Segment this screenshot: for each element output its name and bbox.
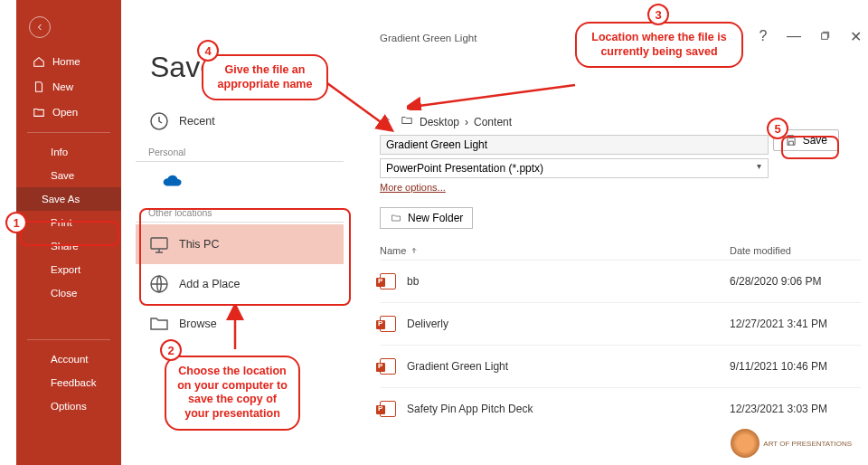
back-button[interactable]	[29, 16, 51, 38]
restore-icon[interactable]	[817, 29, 832, 43]
new-folder-icon	[390, 213, 402, 223]
chevron-right-icon: ›	[465, 116, 468, 128]
location-label: Add a Place	[179, 278, 240, 290]
more-options-link[interactable]: More options...	[380, 182, 446, 193]
locations-personal-header: Personal	[136, 141, 344, 162]
location-label: This PC	[179, 238, 219, 251]
location-column: Recent Personal Other locations This PC …	[136, 101, 344, 344]
pptx-file-icon	[380, 401, 396, 417]
breadcrumb-part[interactable]: Content	[474, 116, 512, 128]
nav-share[interactable]: Share	[16, 234, 121, 258]
pptx-file-icon	[380, 273, 396, 289]
nav-home[interactable]: Home	[16, 49, 121, 74]
backstage-sidebar: Home New Open Info Save Save As Print Sh…	[16, 0, 121, 465]
svg-rect-5	[822, 33, 828, 40]
file-date: 12/27/2021 3:41 PM	[730, 318, 861, 330]
home-icon	[33, 55, 45, 68]
annotation-badge-5: 5	[767, 118, 788, 139]
file-row[interactable]: Safety Pin App Pitch Deck 12/23/2021 3:0…	[380, 387, 861, 430]
annotation-badge-3: 3	[647, 4, 669, 25]
nav-label: Open	[52, 107, 78, 118]
logo-text: ART OF PRESENTATIONS	[763, 440, 852, 448]
nav-label: New	[52, 81, 73, 92]
location-label: Browse	[179, 318, 217, 330]
globe-plus-icon	[148, 273, 170, 295]
new-folder-label: New Folder	[408, 212, 463, 224]
nav-open[interactable]: Open	[16, 100, 121, 125]
pptx-file-icon	[380, 316, 396, 332]
annotation-callout-3: Location where the file is currently bei…	[575, 22, 743, 68]
sort-asc-icon	[410, 246, 419, 255]
location-browse[interactable]: Browse	[136, 304, 344, 344]
folder-open-icon	[33, 106, 45, 119]
file-date: 6/28/2020 9:06 PM	[730, 275, 861, 288]
nav-options[interactable]: Options	[16, 394, 121, 418]
close-icon[interactable]: ✕	[848, 29, 863, 43]
nav-feedback[interactable]: Feedback	[16, 371, 121, 394]
file-date: 9/11/2021 10:46 PM	[730, 360, 861, 373]
filetype-select[interactable]	[380, 158, 769, 178]
file-name: Safety Pin App Pitch Deck	[407, 403, 730, 415]
annotation-callout-2: Choose the location on your computer to …	[165, 356, 300, 431]
nav-new[interactable]: New	[16, 74, 121, 100]
breadcrumb-part[interactable]: Desktop	[420, 116, 459, 128]
file-date: 12/23/2021 3:03 PM	[730, 403, 861, 415]
nav-info[interactable]: Info	[16, 140, 121, 164]
location-add-place[interactable]: Add a Place	[136, 264, 344, 304]
file-row[interactable]: Deliverly 12/27/2021 3:41 PM	[380, 302, 861, 345]
minimize-icon[interactable]: —	[787, 29, 801, 43]
location-label: Recent	[179, 115, 215, 128]
nav-save[interactable]: Save	[16, 164, 121, 187]
column-date[interactable]: Date modified	[730, 245, 861, 256]
annotation-badge-4: 4	[197, 40, 219, 62]
new-folder-button[interactable]: New Folder	[380, 207, 473, 229]
svg-rect-1	[151, 238, 167, 249]
nav-account[interactable]: Account	[16, 347, 121, 371]
file-row[interactable]: Gradient Green Light 9/11/2021 10:46 PM	[380, 345, 861, 387]
annotation-callout-4: Give the file an appropriate name	[202, 54, 328, 100]
location-recent[interactable]: Recent	[136, 101, 344, 141]
filename-input[interactable]	[380, 135, 769, 155]
column-name[interactable]: Name	[380, 245, 730, 256]
pptx-file-icon	[380, 358, 396, 375]
nav-close[interactable]: Close	[16, 281, 121, 305]
location-this-pc[interactable]: This PC	[136, 224, 344, 264]
file-name: bb	[407, 275, 730, 288]
breadcrumb[interactable]: Desktop › Content	[380, 114, 861, 129]
watermark-logo: ART OF PRESENTATIONS	[731, 429, 852, 458]
file-table: Name Date modified bb 6/28/2020 9:06 PM …	[380, 242, 861, 430]
pc-icon	[148, 233, 170, 255]
folder-icon	[400, 114, 414, 129]
location-onedrive[interactable]	[136, 164, 344, 202]
logo-icon	[731, 429, 760, 458]
save-button-label: Save	[803, 134, 827, 147]
nav-save-as[interactable]: Save As	[16, 187, 121, 211]
locations-other-header: Other locations	[136, 202, 344, 223]
help-icon[interactable]: ?	[756, 29, 770, 43]
nav-print[interactable]: Print	[16, 211, 121, 234]
folder-icon	[148, 313, 170, 335]
annotation-badge-1: 1	[5, 212, 27, 233]
file-name: Gradient Green Light	[407, 360, 730, 373]
file-name: Deliverly	[407, 318, 730, 330]
save-details-column: Gradient Green Light Desktop › Content S…	[380, 33, 861, 430]
save-icon	[785, 134, 797, 147]
file-row[interactable]: bb 6/28/2020 9:06 PM	[380, 260, 861, 302]
annotation-badge-2: 2	[160, 339, 182, 361]
clock-icon	[148, 110, 170, 132]
titlebar-controls: ? — ✕	[725, 29, 863, 43]
onedrive-icon	[163, 175, 183, 187]
nav-export[interactable]: Export	[16, 258, 121, 281]
nav-label: Home	[52, 56, 80, 67]
new-doc-icon	[33, 81, 45, 93]
up-arrow-icon[interactable]	[380, 114, 392, 129]
